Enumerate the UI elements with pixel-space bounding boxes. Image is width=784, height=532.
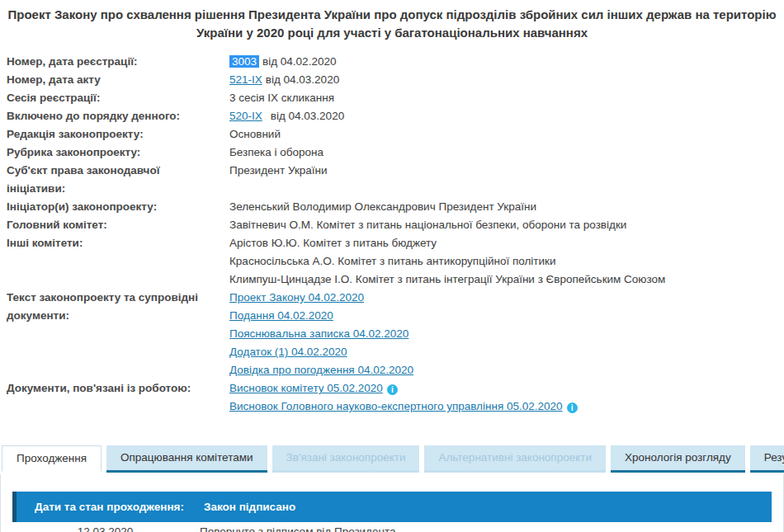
- field-value: 520-IXвід 04.03.2020: [229, 107, 344, 125]
- field-session: Сесія реєстрації: 3 сесія IX скликання: [0, 89, 784, 107]
- bill-details: Номер, дата реєстрації: 3003від 04.02.20…: [0, 53, 784, 416]
- committee-item: Красносільська А.О. Комітет з питань ант…: [229, 252, 665, 271]
- field-initiator: Ініціатор(и) законопроекту: Зеленський В…: [0, 198, 784, 216]
- info-icon[interactable]: i: [387, 384, 398, 395]
- related-document-link[interactable]: Висновок Головного науково-експертного у…: [229, 400, 563, 412]
- field-rubric: Рубрика законопроекту: Безпека і оборона: [0, 144, 784, 162]
- field-value: Президент України: [229, 162, 328, 198]
- table-header-dates: Дати та стан проходження:: [17, 501, 202, 513]
- field-value: Арістов Ю.Ю. Комітет з питань бюджету Кр…: [229, 234, 665, 289]
- field-value: 3 сесія IX скликання: [229, 89, 334, 107]
- field-label: Сесія реєстрації:: [7, 89, 229, 107]
- tab-committee-processing[interactable]: Опрацювання комітетами: [106, 445, 267, 473]
- row-date: 12.03.2020: [12, 525, 198, 532]
- tab-alternative-bills: Альтернативні законопроекти: [424, 445, 606, 473]
- info-icon[interactable]: i: [567, 403, 578, 413]
- document-link[interactable]: Додаток (1) 04.02.2020: [229, 346, 347, 358]
- field-label: Редакція законопроекту:: [7, 125, 229, 144]
- act-date: від 04.03.2020: [266, 73, 339, 86]
- field-label: Суб'єкт права законодавчої ініціативи:: [7, 162, 229, 198]
- field-other-committees: Інші комітети: Арістов Ю.Ю. Комітет з пи…: [0, 234, 784, 289]
- tab-bar: Проходження Опрацювання комітетами Зв'яз…: [0, 445, 784, 473]
- committee-item: Арістов Ю.Ю. Комітет з питань бюджету: [229, 234, 665, 252]
- field-label: Включено до порядку денного:: [7, 107, 229, 125]
- field-value: Зеленський Володимир Олександрович Прези…: [229, 198, 536, 216]
- field-value: Безпека і оборона: [229, 144, 324, 162]
- field-act: Номер, дата акту 521-IXвід 04.03.2020: [0, 71, 784, 89]
- field-label: Номер, дата реєстрації:: [7, 53, 229, 71]
- field-value: Основний: [229, 125, 281, 144]
- field-documents: Текст законопроекту та супровідні докуме…: [0, 289, 784, 379]
- tab-panel-passage: Дати та стан проходження: Закон підписан…: [0, 474, 784, 532]
- document-link[interactable]: Подання 04.02.2020: [229, 309, 333, 322]
- field-edition: Редакція законопроекту: Основний: [0, 125, 784, 144]
- tab-passage[interactable]: Проходження: [2, 445, 102, 473]
- field-value: Завітневич О.М. Комітет з питань націона…: [229, 216, 626, 234]
- field-related-documents: Документи, пов'язані із роботою: Висново…: [0, 379, 784, 416]
- table-header-status: Закон підписано: [202, 501, 772, 513]
- field-label: Головний комітет:: [7, 216, 229, 234]
- document-link[interactable]: Довідка про погодження 04.02.2020: [229, 364, 413, 376]
- field-label: Рубрика законопроекту:: [7, 144, 229, 162]
- bill-title: Проект Закону про схвалення рішення През…: [0, 0, 784, 42]
- registration-date: від 04.02.2020: [262, 55, 336, 68]
- field-label: Інші комітети:: [7, 234, 229, 289]
- field-label: Документи, пов'язані із роботою:: [7, 379, 229, 416]
- field-subject: Суб'єкт права законодавчої ініціативи: П…: [0, 162, 784, 198]
- agenda-number-link[interactable]: 520-IX: [229, 110, 262, 122]
- field-value: Висновок комітету 05.02.2020i Висновок Г…: [229, 379, 578, 416]
- passage-table: Дати та стан проходження: Закон підписан…: [12, 492, 772, 532]
- committee-item: Климпуш-Цинцадзе І.О. Комітет з питань і…: [229, 271, 665, 289]
- field-agenda: Включено до порядку денного: 520-IXвід 0…: [0, 107, 784, 125]
- field-label: Ініціатор(и) законопроекту:: [7, 198, 229, 216]
- tab-voting-results[interactable]: Результати голосування: [750, 445, 784, 473]
- registration-number-selected-text: 3003: [229, 55, 259, 68]
- field-value: Проект Закону 04.02.2020 Подання 04.02.2…: [229, 289, 413, 379]
- related-document-link[interactable]: Висновок комітету 05.02.2020: [229, 382, 383, 394]
- row-status: Повернуто з підписом від Президента: [198, 525, 772, 532]
- field-label: Номер, дата акту: [7, 71, 229, 89]
- table-header-row: Дати та стан проходження: Закон підписан…: [12, 492, 772, 522]
- document-link[interactable]: Пояснювальна записка 04.02.2020: [229, 327, 409, 340]
- field-value: 521-IXвід 04.03.2020: [229, 71, 339, 89]
- tab-linked-bills: Зв'язані законопроекти: [272, 445, 420, 473]
- field-label: Текст законопроекту та супровідні докуме…: [7, 289, 229, 379]
- agenda-date: від 04.03.2020: [271, 110, 344, 122]
- act-number-link[interactable]: 521-IX: [229, 73, 262, 86]
- table-row: 12.03.2020 Повернуто з підписом від През…: [12, 522, 772, 532]
- field-main-committee: Головний комітет: Завітневич О.М. Коміте…: [0, 216, 784, 234]
- field-value: 3003від 04.02.2020: [229, 53, 336, 71]
- tab-review-chronology[interactable]: Хронологія розгляду: [611, 445, 745, 473]
- field-registration: Номер, дата реєстрації: 3003від 04.02.20…: [0, 53, 784, 71]
- document-link[interactable]: Проект Закону 04.02.2020: [229, 291, 364, 304]
